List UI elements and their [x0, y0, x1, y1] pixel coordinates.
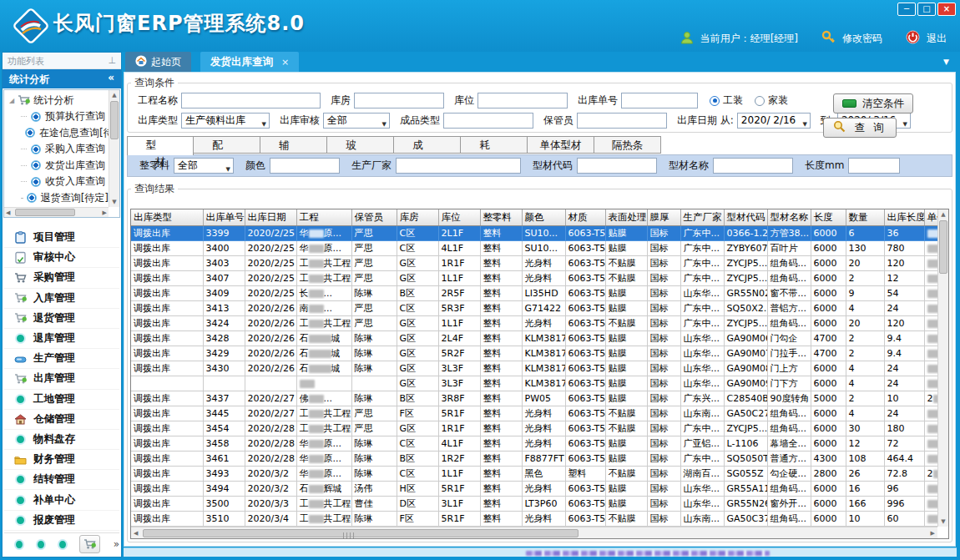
material-tab[interactable]: 配件	[194, 136, 260, 154]
input-0[interactable]	[181, 93, 321, 108]
column-header[interactable]: 出库长度	[884, 209, 924, 225]
input-2[interactable]	[396, 158, 521, 174]
table-row[interactable]: G区3L3F整料KLM38176063-T5贴膜国标山东华...GA90M09.…	[131, 376, 937, 391]
material-tab[interactable]: 辅材	[260, 136, 327, 154]
sidebar-group-item[interactable]: 结转管理	[4, 470, 119, 490]
table-row[interactable]: 调拨出库34612020/2/28华原...陈琳B区1R2F整料F8877FT6…	[131, 451, 937, 466]
tree-item[interactable]: 发货出库查询	[21, 158, 109, 174]
input-3[interactable]	[577, 158, 657, 174]
radio-label[interactable]: 工装	[723, 93, 743, 108]
sidebar-section-header[interactable]: 统计分析 «	[3, 69, 121, 88]
radio-selected[interactable]	[710, 96, 720, 106]
material-tab[interactable]: 玻璃	[327, 136, 394, 154]
material-tab[interactable]: 隔热条	[594, 136, 661, 154]
column-header[interactable]: 数量	[846, 209, 884, 225]
column-header[interactable]: 长度	[811, 209, 846, 225]
input-2[interactable]	[477, 93, 568, 108]
minimize-button[interactable]: ─	[897, 3, 916, 16]
input-2[interactable]	[443, 113, 533, 129]
column-header[interactable]: 颜色	[522, 209, 565, 225]
tab-home[interactable]: 起始页	[125, 52, 191, 72]
change-password-link[interactable]: 修改密码	[842, 32, 882, 46]
combo-1[interactable]: 全部	[323, 113, 390, 129]
input-5[interactable]	[848, 158, 900, 174]
tree-horizontal-scrollbar[interactable]: ◀▶	[4, 207, 109, 217]
table-row[interactable]: 调拨出库34242020/2/26工共工程严思G区1L1F整料光身料6063-T…	[131, 315, 937, 330]
collapse-icon[interactable]: «	[108, 72, 114, 83]
sidebar-group-item[interactable]: 出库管理	[4, 369, 119, 389]
material-tab[interactable]: 单体型材	[528, 136, 594, 154]
material-tab[interactable]: 型材	[127, 136, 194, 155]
column-header[interactable]: 出库日期	[245, 209, 296, 225]
sidebar-group-item[interactable]: 物料盘存	[4, 430, 119, 450]
sidebar-group-item[interactable]: 入库管理	[4, 289, 119, 309]
sidebar-group-item[interactable]: 采购管理	[4, 268, 119, 288]
tree-item[interactable]: 预算执行查询	[21, 108, 109, 125]
module-circle-icon[interactable]	[58, 539, 68, 550]
tree-expander-icon[interactable]: ◢	[9, 97, 14, 104]
module-circle-icon[interactable]	[36, 539, 46, 550]
logout-link[interactable]: 退出	[927, 32, 947, 46]
table-row[interactable]: 调拨出库34072020/2/25工共工程严思G区1L1F整料光身料6063-T…	[131, 270, 937, 285]
table-row[interactable]: 调拨出库34372020/2/27佛...陈琳B区3R8F整料PW056063-…	[131, 391, 937, 406]
table-row[interactable]: 调拨出库34282020/2/26石城陈琳G区2L4F整料KLM38176063…	[131, 330, 937, 346]
table-row[interactable]: 调拨出库34092020/2/25长...陈琳B区2R5F整料LI35HD606…	[131, 285, 937, 300]
column-header[interactable]: 材质	[565, 209, 605, 225]
tree-item[interactable]: 采购入库查询	[21, 141, 109, 158]
tab-close-icon[interactable]: ×	[281, 57, 289, 68]
tree-item[interactable]: 在途信息查询[待	[21, 125, 109, 142]
combo-0[interactable]: 生产领料出库	[181, 113, 270, 129]
table-row[interactable]: 调拨出库34452020/2/27工共工程严思F区5R1F整料光身料6063-T…	[131, 406, 937, 421]
column-header[interactable]: 出库类型	[131, 209, 203, 225]
pin-icon[interactable]: ⊥	[108, 55, 116, 66]
tab-list-caret-icon[interactable]: ▼	[943, 58, 949, 66]
cart-module-button[interactable]	[79, 535, 100, 553]
more-modules-icon[interactable]: »	[114, 538, 119, 550]
combo-4[interactable]: 2020/ 2/16	[737, 113, 811, 129]
table-row[interactable]: 调拨出库34942020/3/2石辉城汤伟H区5R1F整料光身料6063-T5贴…	[131, 481, 937, 496]
table-row[interactable]: 调拨出库34542020/2/28工共工程严思G区1R1F整料光身料6063-T…	[131, 421, 937, 436]
column-header[interactable]: 整零料	[480, 209, 522, 225]
column-header[interactable]: 出库单号	[203, 209, 245, 225]
close-button[interactable]: ×	[937, 3, 956, 16]
column-header[interactable]: 生产厂家	[680, 209, 724, 225]
table-row[interactable]: 调拨出库34292020/2/26石城陈琳G区5R2F整料KLM38176063…	[131, 346, 937, 361]
column-header[interactable]: 库位	[438, 209, 480, 225]
tree-vertical-scrollbar[interactable]: ▲ ▼	[109, 90, 119, 207]
column-header[interactable]: 保管员	[351, 209, 397, 225]
tree-root-node[interactable]: ◢ 统计分析	[9, 92, 109, 108]
tab-shipping-outbound-query[interactable]: 发货出库查询 ×	[200, 52, 299, 72]
sidebar-group-item[interactable]: 仓储管理	[4, 410, 119, 430]
column-header[interactable]: 型材名称	[767, 209, 811, 225]
table-row[interactable]: 调拨出库33992020/2/25华原...严思C区2L1F整料SU10...6…	[131, 225, 937, 240]
column-header[interactable]: 工程	[296, 209, 351, 225]
sidebar-group-item[interactable]: 审核中心	[4, 248, 119, 268]
sidebar-group-item[interactable]: 退库管理	[4, 329, 119, 349]
sidebar-group-item[interactable]: 退货管理	[4, 309, 119, 329]
radio-unselected[interactable]	[755, 96, 765, 106]
table-row[interactable]: 调拨出库34032020/2/25工共工程严思G区1R1F整料光身料6063-T…	[131, 255, 937, 270]
column-header[interactable]: 单价	[924, 209, 937, 225]
sidebar-group-item[interactable]: 补单中心	[4, 490, 119, 510]
input-1[interactable]	[270, 158, 340, 174]
sidebar-group-item[interactable]: 财务管理	[4, 450, 119, 470]
table-row[interactable]: 调拨出库35102020/3/4工共工程陈琳F区5R1F整料光身料6063-T5…	[131, 511, 937, 526]
input-3[interactable]	[577, 113, 667, 129]
tree-item[interactable]: 收货入库查询	[21, 174, 109, 190]
sidebar-group-item[interactable]: 工地管理	[4, 390, 119, 410]
table-row[interactable]: 调拨出库34002020/2/25华原...严思C区4L1F整料SU10...6…	[131, 240, 937, 255]
clear-conditions-button[interactable]: 清空条件	[833, 93, 913, 114]
column-header[interactable]: 库房	[397, 209, 438, 225]
table-horizontal-scrollbar[interactable]: ◀ ▶	[131, 527, 937, 538]
material-tab[interactable]: 成品	[394, 136, 461, 154]
input-3[interactable]	[621, 93, 698, 108]
input-4[interactable]	[713, 158, 793, 174]
sidebar-group-item[interactable]: 项目管理	[4, 228, 119, 248]
table-row[interactable]: 调拨出库34302020/2/26石城陈琳G区3L3F整料KLM38176063…	[131, 361, 937, 376]
sidebar-group-item[interactable]: 报废管理	[4, 511, 119, 531]
column-header[interactable]: 型材代码	[724, 209, 767, 225]
column-header[interactable]: 膜厚	[647, 209, 680, 225]
table-vertical-scrollbar[interactable]: ▲ ▼	[937, 209, 948, 527]
table-row[interactable]: 调拨出库34932020/3/2华原...陈琳C区1L1F整料黑色塑料不贴膜国标…	[131, 466, 937, 481]
search-button[interactable]: 查询	[823, 118, 897, 138]
